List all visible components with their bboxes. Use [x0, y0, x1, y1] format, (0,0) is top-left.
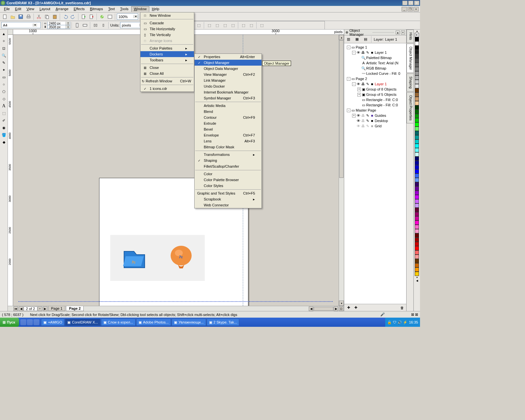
taskbar-task[interactable]: ▣CorelDRAW X... — [65, 319, 100, 326]
align-btn-6[interactable]: ⬚ — [214, 22, 221, 29]
menu-item-undo-docker[interactable]: Undo Docker — [195, 83, 262, 89]
page-width-input[interactable] — [48, 22, 66, 25]
text-tool[interactable]: A — [0, 102, 8, 110]
menu-item-lens[interactable]: LensAlt+F3 — [195, 138, 262, 144]
eyedropper-tool[interactable]: ✐ — [0, 117, 8, 124]
welcome-button[interactable] — [106, 13, 114, 20]
delete-button[interactable]: 🗑 — [398, 304, 406, 311]
tree-item[interactable]: ▭ Rectangle - Fill: C:0 — [345, 97, 406, 102]
color-swatch[interactable] — [415, 152, 419, 157]
color-swatch[interactable] — [415, 110, 419, 114]
align-btn-7[interactable]: ⬚ — [221, 22, 229, 29]
color-swatch[interactable] — [415, 191, 419, 195]
menu-file[interactable]: File — [1, 6, 12, 12]
color-swatch[interactable] — [415, 216, 419, 220]
palette-flyout-button[interactable]: ◀ — [415, 279, 419, 283]
menu-item-bitmap-color-mask[interactable]: Bitmap Color Mask — [195, 144, 262, 150]
doc-minimize-button[interactable]: _ — [402, 7, 407, 11]
menu-item-toolbars[interactable]: Toolbars▸ — [140, 57, 194, 63]
color-swatch[interactable] — [415, 246, 419, 250]
palette-down-button[interactable]: ▾ — [415, 276, 419, 279]
hscroll-thumb[interactable] — [314, 307, 333, 311]
page-tab-2[interactable]: Page 2 — [66, 306, 83, 311]
color-swatch[interactable] — [415, 212, 419, 216]
menu-item-extrude[interactable]: Extrude — [195, 120, 262, 126]
tree-item[interactable]: 🔍 Paletted Bitmap — [345, 55, 406, 60]
menu-item-object-manager[interactable]: ✓Object Manager — [195, 60, 262, 66]
tree-item[interactable]: -👁🖶✎■ Layer 1 — [345, 50, 406, 55]
menu-item-blend[interactable]: Blend — [195, 109, 262, 115]
edit-across-button[interactable]: ▦ — [353, 36, 361, 43]
color-swatch[interactable] — [415, 169, 419, 174]
color-swatch[interactable] — [415, 199, 419, 203]
tree-item[interactable]: -👁🖶✎■ Layer 1 — [345, 81, 406, 87]
close-button[interactable]: × — [414, 1, 419, 5]
rectangle-tool[interactable]: ▭ — [0, 74, 8, 81]
color-swatch[interactable] — [415, 157, 419, 161]
menu-tools[interactable]: Tools — [117, 6, 131, 12]
color-swatch[interactable] — [415, 84, 419, 88]
color-swatch[interactable] — [415, 46, 419, 50]
docker-tab-shaping[interactable]: Shaping — [407, 74, 413, 92]
menu-edit[interactable]: Edit — [12, 6, 24, 12]
menu-bitmaps[interactable]: Bitmaps — [87, 6, 106, 12]
color-swatch[interactable] — [415, 182, 419, 186]
prev-page-button[interactable]: ◀ — [19, 306, 23, 311]
ql-3[interactable] — [33, 319, 39, 325]
color-swatch[interactable] — [415, 101, 419, 105]
export-button[interactable] — [88, 13, 95, 20]
freehand-tool[interactable]: ✎ — [0, 59, 8, 66]
menu-item-refresh-window[interactable]: ↻Refresh WindowCtrl+W — [140, 78, 194, 84]
tree-item[interactable]: 🔍 RGB Bitmap — [345, 66, 406, 71]
menu-item-web-connector[interactable]: Web Connector — [195, 202, 262, 208]
align-btn-9[interactable]: ⬚ — [240, 22, 247, 29]
color-swatch[interactable] — [415, 272, 419, 276]
color-swatch[interactable] — [415, 58, 419, 63]
new-master-button[interactable]: ✚ — [352, 304, 359, 311]
tree-item[interactable]: 👁🖶✎■ Desktop — [345, 118, 406, 123]
menu-item-color-palettes[interactable]: Color Palettes▸ — [140, 45, 194, 51]
color-swatch[interactable] — [415, 255, 419, 259]
color-swatch[interactable] — [415, 144, 419, 148]
menu-item-symbol-manager[interactable]: Symbol ManagerCtrl+F3 — [195, 95, 262, 101]
copy-button[interactable] — [43, 13, 51, 20]
menu-item-close[interactable]: ⊠Close — [140, 65, 194, 71]
menu-item-tile-vertically[interactable]: ▯Tile Vertically — [140, 32, 194, 38]
color-swatch[interactable] — [415, 267, 419, 272]
polygon-tool[interactable]: ⬠ — [0, 88, 8, 95]
menu-item-view-manager[interactable]: View ManagerCtrl+F2 — [195, 72, 262, 77]
import-button[interactable] — [80, 13, 87, 20]
color-swatch[interactable] — [415, 127, 419, 131]
color-swatch[interactable] — [415, 161, 419, 165]
add-page-button[interactable]: + — [38, 306, 42, 311]
color-swatch[interactable] — [415, 203, 419, 208]
docker-menu-button[interactable]: ▴ — [396, 31, 400, 34]
basic-shapes-tool[interactable]: ◇ — [0, 95, 8, 102]
docker-tab-hints[interactable]: Hints — [407, 30, 413, 43]
menu-item-scrapbook[interactable]: Scrapbook▸ — [195, 196, 262, 202]
menu-help[interactable]: Help — [149, 6, 162, 12]
menu-item-properties[interactable]: ✓PropertiesAlt+Enter — [195, 54, 262, 60]
color-swatch[interactable] — [415, 238, 419, 242]
pages2-button[interactable]: ▯ — [100, 22, 107, 29]
menu-item-object-data-manager[interactable]: Object Data Manager — [195, 66, 262, 72]
no-color-swatch[interactable] — [415, 33, 419, 37]
tree-item[interactable]: +👁🖶✎■ Guides — [345, 113, 406, 118]
color-swatch[interactable] — [415, 54, 419, 58]
color-swatch[interactable] — [415, 250, 419, 255]
start-button[interactable]: ⊞Пуск — [0, 318, 19, 327]
color-swatch[interactable] — [415, 118, 419, 122]
align-btn-10[interactable]: ⬚ — [248, 22, 255, 29]
maximize-button[interactable]: ❐ — [408, 1, 413, 5]
menu-item-contour[interactable]: ContourCtrl+F9 — [195, 115, 262, 120]
color-swatch[interactable] — [415, 41, 419, 46]
interactive-fill-tool[interactable]: ◆ — [0, 138, 8, 146]
pick-tool[interactable]: ▲ — [0, 30, 8, 37]
layer-view-button[interactable]: ▤ — [362, 36, 369, 43]
color-swatch[interactable] — [415, 263, 419, 267]
taskbar-task[interactable]: ▣2 Skype. Tak... — [207, 319, 240, 326]
color-swatch[interactable] — [415, 220, 419, 225]
pages-button[interactable]: ▯▯ — [92, 22, 99, 29]
taskbar-task[interactable]: ▣Слои в корел... — [101, 319, 136, 326]
shape-tool[interactable]: ✧ — [0, 37, 8, 45]
